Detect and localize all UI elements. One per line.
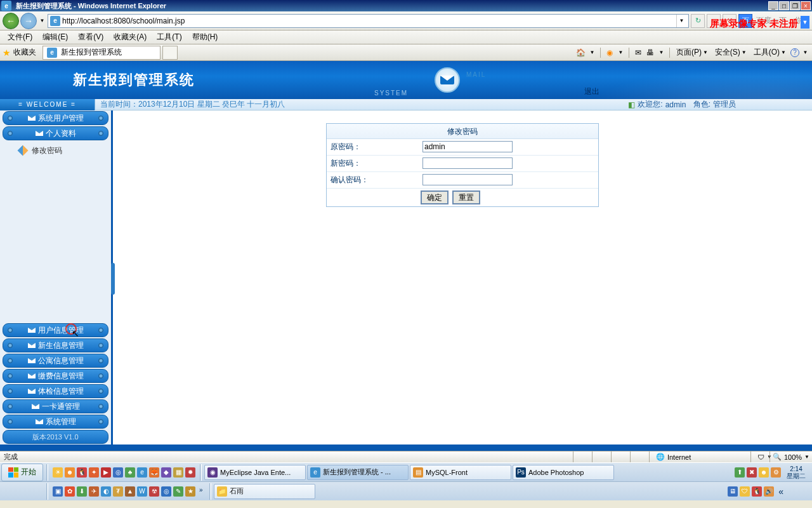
close-button[interactable]: × [801,1,811,10]
new-password-input[interactable] [422,157,513,169]
home-icon[interactable]: 🏠 [576,48,586,58]
url-dropdown[interactable]: ▼ [676,15,686,27]
tray-icon[interactable]: ☻ [759,467,769,478]
refresh-button[interactable]: ↻ [691,14,705,28]
taskbar-row2: ▣ ✿ ⬇ ✈ ◐ ₮ ▲ W ☢ ◎ ✎ ★ » 📁石雨 🖥 🛡 🐧 🔊 « [0,481,812,500]
browser-tab[interactable]: e 新生报到管理系统 [43,46,160,60]
reset-button[interactable]: 重置 [452,190,480,204]
ql-icon[interactable]: ✿ [65,486,75,497]
ql-icon[interactable]: ✎ [173,486,183,497]
sidebar-item-fee[interactable]: 缴费信息管理 [3,369,108,383]
ql-icon[interactable]: ✈ [89,486,99,497]
ql-icon[interactable]: ◐ [101,486,111,497]
tray-icon[interactable]: ✖ [747,467,757,478]
ql-word-icon[interactable]: W [137,486,147,497]
sidebar-item-system[interactable]: 系统管理 [3,415,108,429]
nav-toolbar: ← → ▼ e ▼ ↻ → ✕ 百 百度一下，你就 [0,11,812,30]
minimize-button[interactable]: _ [768,1,778,10]
globe-icon: 🌐 [656,453,665,461]
menu-file[interactable]: 文件(F) [3,30,37,44]
ql-icon[interactable]: ▣ [53,486,63,497]
tray-penguin-icon[interactable]: 🐧 [752,486,762,497]
menu-favorites[interactable]: 收藏夹(A) [108,30,152,44]
ql-expand[interactable]: » [197,486,205,497]
mail-icon[interactable]: ✉ [633,48,643,58]
ql-icon[interactable]: ▲ [125,486,135,497]
address-bar[interactable]: e ▼ [48,14,689,28]
page-menu[interactable]: 页面(P)▼ [674,46,710,59]
exit-link[interactable]: 退出 [584,86,599,97]
new-tab-button[interactable] [162,46,178,60]
footer-bar [0,444,812,451]
tray-expand[interactable]: « [776,486,786,497]
mail-circle-icon[interactable] [435,67,460,93]
submit-button[interactable]: 确定 [421,190,449,204]
menu-edit[interactable]: 编辑(E) [37,30,73,44]
ql-icon[interactable]: ✦ [89,467,99,478]
window-title: 新生报到管理系统 - Windows Internet Explorer [16,1,166,11]
task-myeclipse[interactable]: ◉MyEclipse Java Ente... [204,465,306,480]
sidebar-item-dorm[interactable]: 公寓信息管理 [3,354,108,368]
restore-button[interactable]: ❐ [790,1,800,10]
sidebar-item-card[interactable]: 一卡通管理 [3,399,108,413]
history-dropdown[interactable]: ▼ [38,14,46,28]
safety-menu[interactable]: 安全(S)▼ [712,46,749,59]
ql-icon[interactable]: ☻ [65,467,75,478]
ql-icon[interactable]: ▦ [173,467,183,478]
confirm-password-label: 确认密码： [327,172,421,188]
ql-penguin-icon[interactable]: 🐧 [77,467,87,478]
ql-ie-icon[interactable]: e [137,467,147,478]
tab-title: 新生报到管理系统 [61,47,122,58]
help-icon[interactable]: ? [790,48,799,57]
ql-icon[interactable]: ☀ [53,467,63,478]
confirm-password-input[interactable] [422,174,513,185]
task-mysql[interactable]: ▤MySQL-Front [410,465,511,480]
tools-menu[interactable]: 工具(O)▼ [751,46,789,59]
welcome-prefix: 欢迎您: [638,99,662,110]
ql-icon[interactable]: ✹ [185,467,195,478]
task-app[interactable]: e新生报到管理系统 - ... [307,465,409,480]
tray-icon[interactable]: 🛡 [740,486,750,497]
ql-icon[interactable]: ♣ [125,467,135,478]
clock[interactable]: 2:14 星期二 [783,465,809,479]
sidebar-item-student[interactable]: 新生信息管理 [3,338,108,352]
ql-icon[interactable]: ◆ [161,467,171,478]
ql-icon[interactable]: ☢ [149,486,159,497]
start-button[interactable]: 开始 [1,464,43,481]
window-titlebar: e 新生报到管理系统 - Windows Internet Explorer _… [0,0,812,11]
menu-help[interactable]: 帮助(H) [187,30,223,44]
back-button[interactable]: ← [3,13,19,29]
tray-icon[interactable]: ⚙ [771,467,781,478]
menu-tools[interactable]: 工具(T) [152,30,187,44]
ql-icon[interactable]: ▶ [101,467,111,478]
ql-icon[interactable]: ₮ [113,486,123,497]
ql-firefox-icon[interactable]: 🦊 [149,467,159,478]
favorites-label[interactable]: 收藏夹 [13,47,36,58]
task-shiyu[interactable]: 📁石雨 [214,484,315,499]
sidebar-item-userinfo[interactable]: 用户信息管理 [3,323,108,337]
forward-button[interactable]: → [20,13,37,29]
url-input[interactable] [62,17,676,25]
sidebar-collapse-handle[interactable] [111,263,115,295]
ql-icon[interactable]: ◎ [113,467,123,478]
search-dropdown[interactable]: ▼ [801,16,809,29]
ql-icon[interactable]: ⬇ [77,486,87,497]
print-icon[interactable]: 🖶 [645,48,655,58]
favorites-star-icon[interactable]: ★ [3,48,11,58]
menu-view[interactable]: 查看(V) [73,30,108,44]
feeds-icon[interactable]: ◉ [605,48,615,58]
tray-icon[interactable]: 🔊 [764,486,774,497]
old-password-input[interactable] [422,141,513,152]
sidebar-item-health[interactable]: 体检信息管理 [3,384,108,398]
ql-icon[interactable]: ◎ [161,486,171,497]
task-photoshop[interactable]: PsAdobe Photoshop [513,465,614,480]
sidebar: 系统用户管理 个人资料 修改密码 ↖ 用户信息管理 新生信息管理 公寓信息管理 … [0,110,113,444]
maximize-button[interactable]: □ [779,1,789,10]
sidebar-item-profile[interactable]: 个人资料 [3,126,108,140]
tray-icon[interactable]: ⬆ [735,467,745,478]
tray-icon[interactable]: 🖥 [728,486,738,497]
ql-icon[interactable]: ★ [185,486,195,497]
sidebar-item-sysuser[interactable]: 系统用户管理 [3,111,108,125]
sidebar-sub-changepwd[interactable]: 修改密码 [0,141,111,160]
zoom-icon[interactable]: 🔍 [773,453,782,461]
